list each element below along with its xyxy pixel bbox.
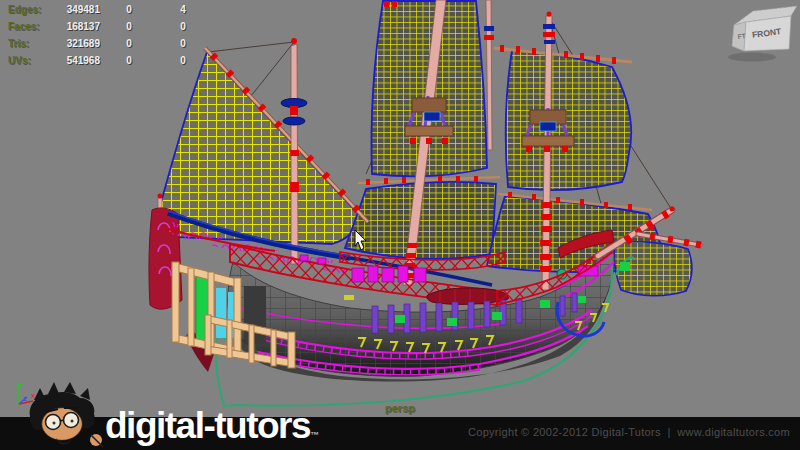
poly-count-hud: Edges: 349481 0 4 Faces: 168137 0 0 Tris… [0, 4, 220, 72]
hud-value: 0 [118, 4, 140, 15]
hud-row-tris: Tris: 321689 0 0 [0, 38, 220, 55]
hud-label: UVs: [8, 55, 31, 66]
hud-value: 0 [118, 21, 140, 32]
logo-text: digital-tutors™ [105, 405, 319, 447]
camera-label: persp [355, 402, 445, 414]
axis-gizmo: z x [17, 383, 36, 404]
hud-value: 349481 [52, 4, 100, 15]
hud-row-edges: Edges: 349481 0 4 [0, 4, 220, 21]
hud-value: 541968 [52, 55, 100, 66]
hud-value: 4 [172, 4, 194, 15]
hud-row-faces: Faces: 168137 0 0 [0, 21, 220, 38]
hud-value: 168137 [52, 21, 100, 32]
logo-wordmark: digital-tutors [105, 405, 310, 446]
view-cube-left-label: FT [737, 32, 746, 40]
hud-value: 0 [172, 55, 194, 66]
y-axis-tip [17, 383, 22, 388]
hud-label: Edges: [8, 4, 41, 15]
hud-value: 321689 [52, 38, 100, 49]
hud-row-uvs: UVs: 541968 0 0 [0, 55, 220, 72]
hud-value: 0 [172, 21, 194, 32]
ship-model[interactable] [149, 0, 702, 406]
z-axis-label: z [23, 394, 27, 403]
maya-viewport[interactable]: FRONT FT z x Edges: 349481 0 4 [0, 0, 800, 450]
hud-value: 0 [172, 38, 194, 49]
copyright-text: Copyright © 2002-2012 Digital-Tutors | w… [468, 426, 790, 438]
mizzen-crows-nest [522, 108, 574, 152]
view-cube[interactable]: FRONT FT [728, 6, 797, 62]
hud-label: Faces: [8, 21, 40, 32]
hud-value: 0 [118, 38, 140, 49]
hud-value: 0 [118, 55, 140, 66]
hud-label: Tris: [8, 38, 29, 49]
logo-trademark: ™ [310, 430, 319, 440]
